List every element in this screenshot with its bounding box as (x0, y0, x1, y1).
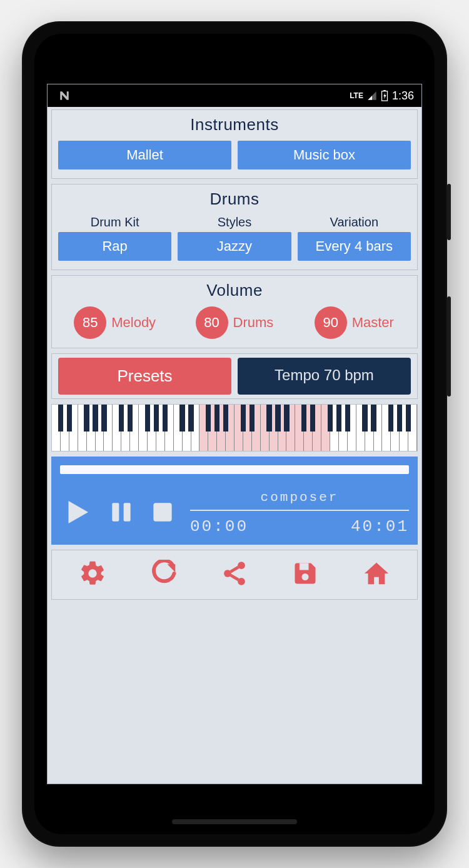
white-key[interactable] (382, 405, 391, 451)
white-key[interactable] (234, 405, 243, 451)
white-key[interactable] (408, 405, 417, 451)
volume-master-value: 90 (315, 306, 347, 339)
drum-variation-label: Variation (298, 215, 411, 230)
drums-section: Drums Drum Kit Styles Variation Rap Jazz… (51, 184, 418, 270)
white-key[interactable] (217, 405, 226, 451)
share-icon[interactable] (221, 560, 248, 590)
drum-kit-label: Drum Kit (58, 215, 171, 230)
volume-melody-value: 85 (74, 306, 106, 339)
play-icon[interactable] (60, 495, 94, 532)
signal-icon (367, 91, 377, 101)
speaker-bottom (172, 819, 297, 824)
white-key[interactable] (339, 405, 348, 451)
volume-title: Volume (58, 281, 411, 300)
pause-icon[interactable] (108, 498, 135, 528)
volume-rocker (447, 296, 451, 396)
drum-styles-label: Styles (178, 215, 291, 230)
white-key[interactable] (130, 405, 139, 451)
drum-variation-button[interactable]: Every 4 bars (298, 232, 411, 261)
drum-styles-button[interactable]: Jazzy (178, 232, 291, 261)
track-info: composer 00:00 40:01 (190, 490, 409, 536)
white-key[interactable] (104, 405, 113, 451)
white-key[interactable] (330, 405, 339, 451)
white-key[interactable] (295, 405, 304, 451)
white-key[interactable] (208, 405, 217, 451)
volume-melody[interactable]: 85 Melody (58, 306, 171, 339)
instruments-title: Instruments (58, 115, 411, 134)
svg-rect-4 (153, 503, 171, 521)
white-key[interactable] (400, 405, 408, 451)
drums-title: Drums (58, 189, 411, 209)
white-key[interactable] (374, 405, 383, 451)
white-key[interactable] (183, 405, 191, 451)
stop-icon[interactable] (149, 498, 176, 528)
white-key[interactable] (226, 405, 234, 451)
bottom-toolbar (51, 550, 418, 600)
player-panel: composer 00:00 40:01 (51, 457, 418, 545)
preset-tempo-row: Presets Tempo 70 bpm (51, 353, 418, 399)
refresh-icon[interactable] (150, 560, 178, 590)
white-key[interactable] (313, 405, 321, 451)
android-n-icon (59, 90, 70, 101)
time-total: 40:01 (351, 517, 409, 536)
volume-drums-label: Drums (233, 315, 274, 331)
clock: 1:36 (392, 89, 414, 103)
volume-melody-label: Melody (111, 315, 156, 331)
instrument-left-button[interactable]: Mallet (58, 141, 231, 169)
white-key[interactable] (121, 405, 130, 451)
white-key[interactable] (78, 405, 87, 451)
white-key[interactable] (270, 405, 278, 451)
svg-rect-1 (383, 90, 386, 91)
svg-rect-2 (112, 503, 119, 521)
svg-rect-8 (300, 563, 309, 570)
white-key[interactable] (69, 405, 78, 451)
white-key[interactable] (87, 405, 96, 451)
instruments-section: Instruments Mallet Music box (51, 109, 418, 179)
volume-section: Volume 85 Melody 80 Drums 90 Master (51, 275, 418, 348)
white-key[interactable] (52, 405, 61, 451)
white-key[interactable] (356, 405, 365, 451)
white-key[interactable] (365, 405, 374, 451)
volume-drums[interactable]: 80 Drums (178, 306, 291, 339)
screen: LTE 1:36 Instruments Mallet Music box (47, 84, 422, 784)
white-key[interactable] (165, 405, 174, 451)
volume-master[interactable]: 90 Master (298, 306, 411, 339)
presets-button[interactable]: Presets (58, 358, 231, 395)
status-bar: LTE 1:36 (48, 84, 421, 107)
volume-master-label: Master (352, 315, 394, 331)
svg-rect-3 (124, 503, 131, 521)
white-key[interactable] (286, 405, 295, 451)
white-key[interactable] (191, 405, 200, 451)
drum-kit-button[interactable]: Rap (58, 232, 171, 261)
progress-bar[interactable] (60, 465, 409, 474)
white-key[interactable] (148, 405, 156, 451)
white-key[interactable] (61, 405, 69, 451)
battery-icon (381, 90, 388, 101)
white-key[interactable] (96, 405, 104, 451)
home-icon[interactable] (362, 559, 391, 590)
white-key[interactable] (139, 405, 148, 451)
white-key[interactable] (156, 405, 165, 451)
white-key[interactable] (199, 405, 208, 451)
phone-frame: LTE 1:36 Instruments Mallet Music box (22, 21, 447, 847)
instrument-right-button[interactable]: Music box (238, 141, 411, 169)
white-key[interactable] (304, 405, 313, 451)
track-name: composer (190, 490, 409, 511)
network-label: LTE (350, 91, 363, 100)
white-key[interactable] (391, 405, 400, 451)
white-key[interactable] (261, 405, 270, 451)
white-key[interactable] (278, 405, 287, 451)
piano-keyboard[interactable] (51, 404, 418, 452)
volume-drums-value: 80 (196, 306, 228, 339)
white-key[interactable] (113, 405, 121, 451)
white-key[interactable] (321, 405, 330, 451)
save-icon[interactable] (291, 560, 319, 590)
settings-icon[interactable] (78, 559, 107, 590)
white-key[interactable] (243, 405, 252, 451)
white-key[interactable] (348, 405, 356, 451)
power-button (447, 184, 451, 240)
white-key[interactable] (252, 405, 261, 451)
tempo-button[interactable]: Tempo 70 bpm (238, 358, 411, 395)
white-key[interactable] (174, 405, 183, 451)
time-elapsed: 00:00 (190, 517, 248, 536)
